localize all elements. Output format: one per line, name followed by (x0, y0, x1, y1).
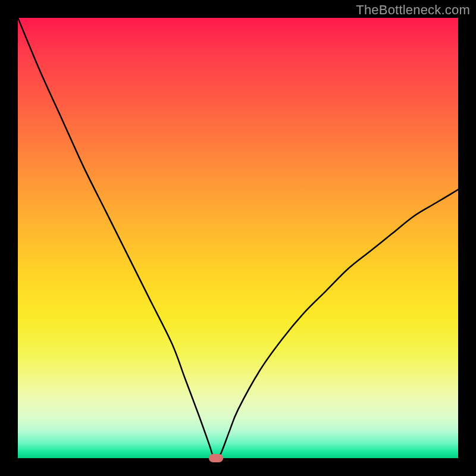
plot-area (18, 18, 458, 458)
chart-frame: TheBottleneck.com (0, 0, 476, 476)
curve-svg (18, 18, 458, 458)
bottleneck-curve (18, 18, 458, 458)
watermark-text: TheBottleneck.com (356, 2, 470, 18)
optimal-marker (209, 454, 223, 462)
